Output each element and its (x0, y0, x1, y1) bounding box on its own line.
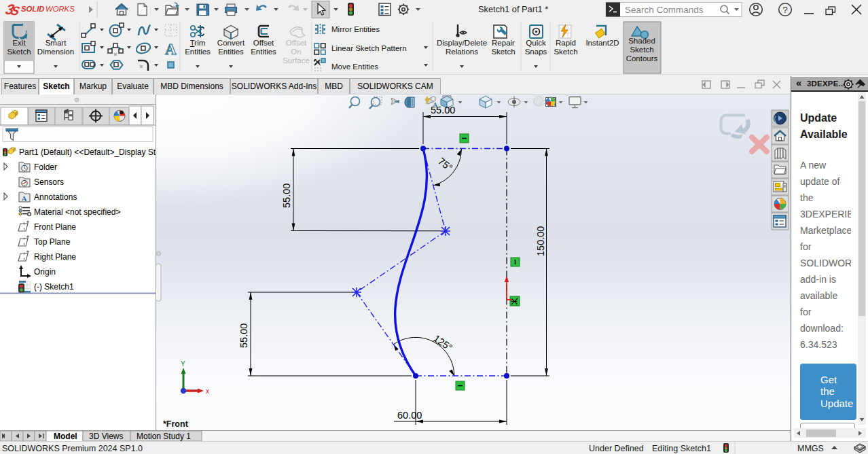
svg-text:Sensors: Sensors (34, 177, 64, 187)
svg-text:75°: 75° (436, 156, 454, 173)
svg-text:*Front: *Front (163, 419, 189, 429)
svg-text:Right Plane: Right Plane (34, 252, 76, 262)
svg-text:Folder: Folder (34, 162, 57, 172)
svg-text:Part1 (Default) <<Default>_Dis: Part1 (Default) <<Default>_Display Sta (19, 147, 156, 157)
svg-text:Motion Study 1: Motion Study 1 (137, 432, 191, 441)
svg-text:Top Plane: Top Plane (34, 237, 71, 247)
svg-text:A: A (165, 41, 177, 58)
svg-text:Front Plane: Front Plane (34, 222, 76, 232)
svg-text:Y: Y (181, 360, 185, 368)
svg-text:A: A (22, 194, 27, 203)
svg-text:55.00: 55.00 (238, 324, 249, 348)
svg-text:60.00: 60.00 (397, 410, 422, 421)
svg-text:55.00: 55.00 (281, 184, 292, 208)
svg-text:Annotations: Annotations (34, 192, 77, 202)
svg-text:WORKS: WORKS (46, 5, 75, 13)
svg-text:x: x (206, 387, 209, 395)
svg-text:Material <not specified>: Material <not specified> (34, 207, 120, 217)
svg-text:150.00: 150.00 (535, 226, 546, 256)
svg-text:3D Views: 3D Views (89, 432, 123, 441)
svg-text:125°: 125° (431, 332, 454, 353)
svg-text:Search Commands: Search Commands (625, 5, 704, 15)
svg-text:55.00: 55.00 (431, 105, 455, 116)
svg-text:SOLID: SOLID (21, 5, 45, 13)
svg-text:Model: Model (54, 432, 77, 441)
svg-text:Sketch1 of Part1 *: Sketch1 of Part1 * (478, 4, 548, 14)
svg-text:?: ? (782, 5, 788, 15)
svg-text:(-) Sketch1: (-) Sketch1 (34, 282, 74, 292)
svg-text:Origin: Origin (34, 267, 56, 277)
